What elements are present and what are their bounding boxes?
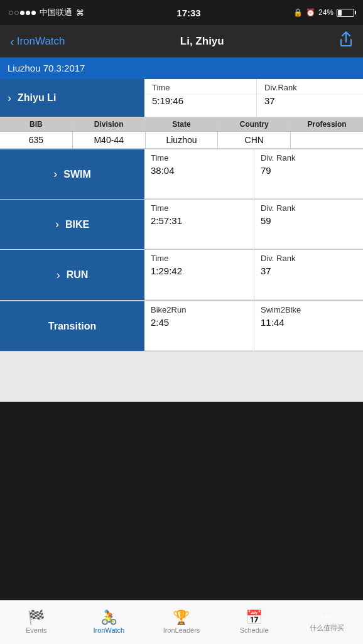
- swim-row[interactable]: › SWIM Time 38:04 Div. Rank 79: [0, 149, 363, 200]
- run-rank-value: 37: [254, 264, 363, 280]
- transition-value1: 2:45: [144, 316, 254, 331]
- transition-label1: Bike2Run: [144, 301, 254, 316]
- bike-rank-value: 59: [254, 214, 363, 230]
- ironwatch-label: IronWatch: [94, 626, 125, 634]
- run-rank-label: Div. Rank: [254, 250, 363, 264]
- status-right: 🔒 ⏰ 24%: [293, 8, 354, 17]
- profession-cell: Profession: [291, 117, 363, 148]
- run-time-value: 1:29:42: [144, 264, 254, 280]
- lock-icon: 🔒: [293, 8, 303, 17]
- share-button[interactable]: [339, 31, 353, 51]
- time-value: 5:19:46: [144, 94, 256, 110]
- bike-data: Time 2:57:31 Div. Rank 59: [144, 200, 363, 249]
- athlete-name: Zhiyu Li: [18, 92, 56, 104]
- swim-rank-label: Div. Rank: [254, 149, 363, 164]
- bike-name: BIKE: [65, 219, 89, 230]
- schedule-label: Schedule: [240, 626, 269, 634]
- transition-data: Bike2Run 2:45 Swim2Bike 11:44: [144, 301, 363, 351]
- info-row: BIB 635 Division M40-44 State Liuzhou Co…: [0, 117, 363, 149]
- division-cell: Division M40-44: [73, 117, 146, 148]
- profession-label: Profession: [291, 117, 363, 132]
- tab-ironwatch[interactable]: 🚴 IronWatch: [73, 601, 146, 644]
- back-button[interactable]: ‹ IronWatch: [10, 35, 65, 48]
- expand-icon: ›: [8, 92, 11, 105]
- bike-row[interactable]: › BIKE Time 2:57:31 Div. Rank 59: [0, 200, 363, 250]
- transition-name-cell: Transition: [0, 301, 144, 351]
- bike-name-cell: › BIKE: [0, 200, 144, 249]
- transition-swim2bike-block: Swim2Bike 11:44: [254, 301, 363, 351]
- bike-time-label: Time: [144, 200, 254, 214]
- status-time: 17:33: [176, 8, 200, 18]
- swim-expand-icon: ›: [53, 168, 57, 181]
- state-label: State: [146, 117, 218, 132]
- run-time-label: Time: [144, 250, 254, 264]
- wifi-icon: ⌘: [76, 8, 84, 18]
- state-cell: State Liuzhou: [146, 117, 219, 148]
- run-expand-icon: ›: [57, 269, 60, 282]
- swim-rank-block: Div. Rank 79: [254, 149, 363, 199]
- run-name: RUN: [67, 269, 89, 281]
- tab-schedule[interactable]: 📅 Schedule: [218, 601, 291, 644]
- run-rank-block: Div. Rank 37: [254, 250, 363, 300]
- time-label: Time: [144, 79, 256, 94]
- athlete-name-cell[interactable]: › Zhiyu Li: [0, 79, 144, 117]
- swim-time-value: 38:04: [144, 164, 254, 180]
- alarm-icon: ⏰: [306, 8, 315, 17]
- athlete-section: › Zhiyu Li Time 5:19:46 Div.Rank 37 BIB …: [0, 79, 363, 149]
- status-left: 中国联通 ⌘: [9, 7, 84, 18]
- tab-more[interactable]: ••• 什么值得买: [290, 601, 363, 644]
- tab-ironleaders[interactable]: 🏆 IronLeaders: [145, 601, 218, 644]
- country-label: Country: [218, 117, 290, 132]
- event-title: Liuzhou 70.3:2017: [8, 63, 85, 73]
- transition-label2: Swim2Bike: [254, 301, 363, 316]
- bib-label: BIB: [0, 117, 72, 132]
- transition-value2: 11:44: [254, 316, 363, 331]
- status-bar: 中国联通 ⌘ 17:33 🔒 ⏰ 24%: [0, 0, 363, 25]
- rank-value: 37: [257, 94, 363, 110]
- nav-title: Li, Zhiyu: [180, 35, 224, 48]
- ironleaders-icon: 🏆: [173, 611, 190, 625]
- rank-label: Div.Rank: [257, 79, 363, 94]
- bottom-space: [0, 352, 363, 402]
- athlete-rank-block: Div.Rank 37: [256, 79, 363, 117]
- more-label: 什么值得买: [310, 623, 344, 633]
- country-cell: Country CHN: [218, 117, 291, 148]
- division-label: Division: [73, 117, 145, 132]
- battery-label: 24%: [318, 8, 333, 17]
- run-time-block: Time 1:29:42: [144, 250, 254, 300]
- tab-bar: 🏁 Events 🚴 IronWatch 🏆 IronLeaders 📅 Sch…: [0, 600, 363, 644]
- main-content: Liuzhou 70.3:2017 › Zhiyu Li Time 5:19:4…: [0, 58, 363, 402]
- schedule-icon: 📅: [246, 611, 263, 625]
- bib-cell: BIB 635: [0, 117, 73, 148]
- more-icon: •••: [320, 613, 333, 621]
- swim-name: SWIM: [63, 169, 91, 180]
- run-name-cell: › RUN: [0, 250, 144, 300]
- bike-time-block: Time 2:57:31: [144, 200, 254, 249]
- state-value: Liuzhou: [146, 132, 218, 148]
- bib-value: 635: [0, 132, 72, 148]
- country-value: CHN: [218, 132, 290, 148]
- events-label: Events: [26, 626, 47, 634]
- events-icon: 🏁: [28, 611, 45, 625]
- battery-icon: [337, 9, 354, 17]
- activity-section: › SWIM Time 38:04 Div. Rank 79 › BIKE: [0, 149, 363, 301]
- bike-time-value: 2:57:31: [144, 214, 254, 230]
- transition-bike2run-block: Bike2Run 2:45: [144, 301, 254, 351]
- athlete-main-row: › Zhiyu Li Time 5:19:46 Div.Rank 37: [0, 79, 363, 117]
- nav-bar: ‹ IronWatch Li, Zhiyu: [0, 25, 363, 58]
- swim-name-cell: › SWIM: [0, 149, 144, 199]
- signal-icon: [9, 11, 36, 15]
- event-header: Liuzhou 70.3:2017: [0, 58, 363, 79]
- swim-data: Time 38:04 Div. Rank 79: [144, 149, 363, 199]
- bike-rank-label: Div. Rank: [254, 200, 363, 214]
- tab-events[interactable]: 🏁 Events: [0, 601, 73, 644]
- carrier-label: 中国联通: [40, 7, 72, 18]
- run-data: Time 1:29:42 Div. Rank 37: [144, 250, 363, 300]
- run-row[interactable]: › RUN Time 1:29:42 Div. Rank 37: [0, 250, 363, 300]
- back-label: IronWatch: [17, 35, 65, 48]
- swim-rank-value: 79: [254, 164, 363, 180]
- transition-row: Transition Bike2Run 2:45 Swim2Bike 11:44: [0, 301, 363, 352]
- swim-time-label: Time: [144, 149, 254, 164]
- chevron-left-icon: ‹: [10, 35, 14, 48]
- athlete-time-block: Time 5:19:46: [144, 79, 256, 117]
